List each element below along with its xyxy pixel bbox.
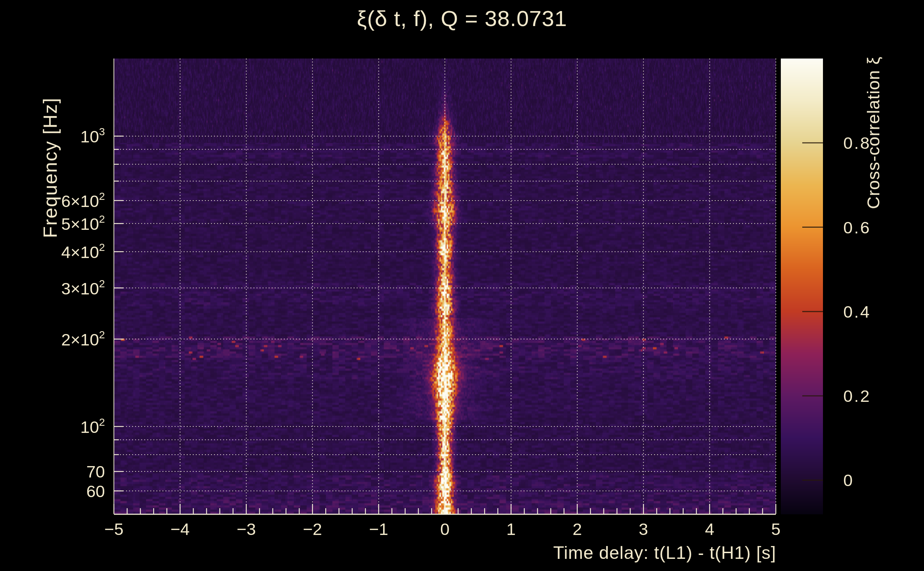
x-tick-label: 4 [705, 519, 714, 539]
spectrogram-canvas [0, 0, 924, 571]
chart-title: ξ(δ t, f), Q = 38.0731 [248, 6, 676, 31]
x-tick-label: 5 [771, 519, 780, 539]
y-tick-label: 6×102 [23, 190, 105, 211]
x-axis-title: Time delay: t(L1) - t(H1) [s] [553, 542, 776, 563]
x-tick-label: −3 [237, 519, 256, 539]
x-tick-label: −1 [369, 519, 388, 539]
y-tick-label: 70 [23, 462, 105, 481]
x-tick-label: 0 [440, 519, 450, 539]
y-tick-label: 103 [23, 126, 105, 146]
qscan-figure: ξ(δ t, f), Q = 38.0731 Frequency [Hz] Ti… [0, 0, 924, 571]
y-tick-label: 4×102 [23, 241, 105, 262]
colorbar-tick-label: 0.2 [843, 386, 871, 406]
y-tick-label: 2×102 [23, 329, 105, 349]
colorbar-tick-label: 0 [843, 471, 854, 490]
y-tick-label: 60 [23, 481, 105, 501]
x-tick-label: −4 [171, 519, 190, 539]
y-tick-label: 3×102 [23, 278, 105, 298]
y-tick-label: 102 [23, 416, 105, 437]
y-tick-label: 5×102 [23, 213, 105, 234]
x-tick-label: −2 [303, 519, 322, 539]
x-tick-label: 1 [506, 519, 516, 539]
colorbar-tick-label: 0.8 [843, 133, 871, 153]
x-tick-label: −5 [104, 519, 124, 539]
colorbar-tick-label: 0.6 [843, 218, 871, 237]
colorbar-tick-label: 0.4 [843, 302, 871, 321]
x-tick-label: 2 [573, 519, 582, 539]
x-tick-label: 3 [639, 519, 648, 539]
